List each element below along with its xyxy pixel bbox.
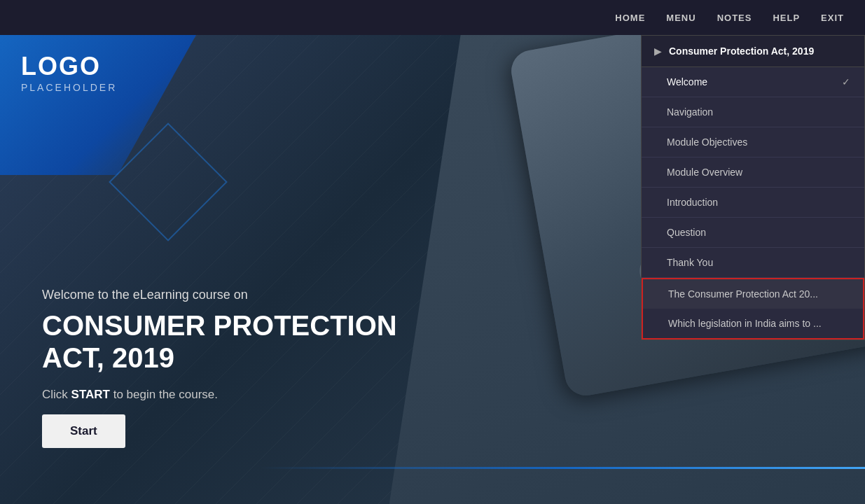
click-instruction: Click START to begin the course.: [42, 388, 397, 402]
dropdown-item-label: Welcome: [667, 76, 707, 88]
dropdown-header: ▶ Consumer Protection Act, 2019: [642, 36, 864, 67]
start-instruction-bold: START: [71, 388, 110, 401]
nav-notes[interactable]: NOTES: [717, 13, 752, 23]
dropdown-item-label: Module Objectives: [667, 136, 747, 148]
highlighted-items-group: The Consumer Protection Act 20... Which …: [642, 278, 864, 340]
highlighted-item-label: The Consumer Protection Act 20...: [668, 288, 818, 300]
dropdown-item-label: Introduction: [667, 197, 718, 208]
top-nav-bar: HOME MENU NOTES HELP EXIT: [0, 0, 865, 35]
dropdown-item-label: Module Overview: [667, 167, 742, 178]
dropdown-item-welcome[interactable]: Welcome ✓: [642, 67, 864, 97]
nav-help[interactable]: HELP: [773, 13, 800, 23]
dropdown-item-introduction[interactable]: Introduction: [642, 188, 864, 218]
dropdown-item-question[interactable]: Question: [642, 218, 864, 248]
highlighted-item-2[interactable]: Which legislation in India aims to ...: [643, 309, 863, 338]
course-title-line2: ACT, 2019: [42, 342, 174, 373]
checkmark-icon: ✓: [842, 76, 850, 88]
dropdown-header-title: Consumer Protection Act, 2019: [669, 46, 814, 57]
dropdown-item-thank-you[interactable]: Thank You: [642, 248, 864, 278]
dropdown-arrow-icon: ▶: [654, 46, 662, 57]
nav-home[interactable]: HOME: [615, 13, 645, 23]
dropdown-item-module-objectives[interactable]: Module Objectives: [642, 127, 864, 158]
dropdown-menu: ▶ Consumer Protection Act, 2019 Welcome …: [641, 35, 865, 340]
nav-menu[interactable]: MENU: [666, 13, 696, 23]
dropdown-item-module-overview[interactable]: Module Overview: [642, 158, 864, 188]
logo-main-text: LOGO: [21, 52, 101, 80]
nav-exit[interactable]: EXIT: [821, 13, 844, 23]
dropdown-item-label: Thank You: [667, 257, 713, 268]
dropdown-item-label: Navigation: [667, 106, 713, 118]
dropdown-item-label: Question: [667, 227, 706, 238]
course-title: CONSUMER PROTECTION ACT, 2019: [42, 309, 397, 374]
dropdown-item-navigation[interactable]: Navigation: [642, 97, 864, 127]
logo-sub-text: PLACEHOLDER: [21, 82, 117, 93]
highlighted-item-label: Which legislation in India aims to ...: [668, 318, 822, 329]
highlighted-item-1[interactable]: The Consumer Protection Act 20...: [643, 279, 863, 309]
course-title-line1: CONSUMER PROTECTION: [42, 310, 397, 341]
slide-content: Welcome to the eLearning course on CONSU…: [42, 288, 397, 448]
blue-bottom-line: [260, 467, 866, 469]
start-button[interactable]: Start: [42, 414, 125, 448]
welcome-text: Welcome to the eLearning course on: [42, 288, 397, 302]
